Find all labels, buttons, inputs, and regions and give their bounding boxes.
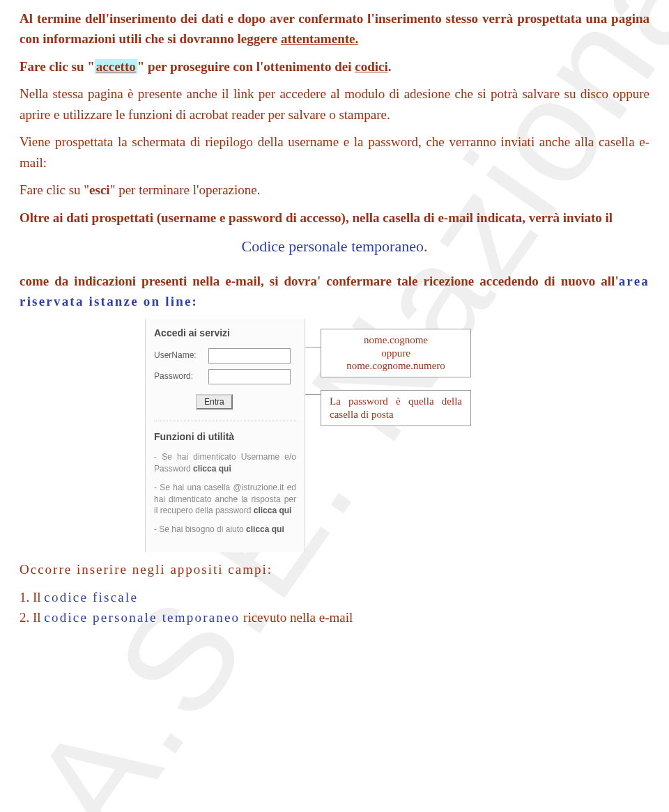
p2-highlight-accetto: accetto xyxy=(95,59,137,74)
username-row: UserName: xyxy=(154,348,296,364)
paragraph-1: Al termine dell'inserimento dei dati e d… xyxy=(20,8,649,49)
u1-link[interactable]: clicca qui xyxy=(193,464,231,474)
paragraph-2: Fare clic su "accetto" per proseguire co… xyxy=(20,56,649,77)
login-title: Accedi ai servizi xyxy=(154,326,296,341)
util-item-1: - Se hai dimenticato Username e/o Passwo… xyxy=(154,451,296,475)
centered-codice: Codice personale temporaneo. xyxy=(20,235,649,258)
l1a: 1. Il xyxy=(20,590,44,604)
password-row: Password: xyxy=(154,369,296,384)
p2a: Fare clic su " xyxy=(20,59,95,74)
l2c: ricevuto nella e-mail xyxy=(240,610,353,625)
util-title: Funzioni di utilità xyxy=(154,430,296,445)
p5c: " per terminare l'operazione. xyxy=(110,182,261,197)
u3-link[interactable]: clicca qui xyxy=(246,524,284,534)
p1-underlined: attentamente. xyxy=(281,31,358,46)
password-input[interactable] xyxy=(208,369,291,384)
footer-item-1: 1. Il codice fiscale xyxy=(20,587,649,607)
footer-item-2: 2. Il codice personale temporaneo ricevu… xyxy=(20,607,649,627)
callouts-column: nome.cognome oppure nome.cognome.numero … xyxy=(321,319,471,426)
util-item-2: - Se hai una casella @istruzione.it ed h… xyxy=(154,482,296,517)
paragraph-6: Oltre ai dati prospettati (username e pa… xyxy=(20,208,649,228)
util-item-3: - Se hai bisogno di aiuto clicca qui xyxy=(154,524,296,536)
login-row: Accedi ai servizi UserName: Password: En… xyxy=(145,319,649,552)
p5-esci: esci xyxy=(89,182,110,197)
entra-button[interactable]: Entra xyxy=(196,394,233,409)
p2c: " per proseguire con l'ottenimento dei xyxy=(137,59,355,74)
paragraph-7: come da indicazioni presenti nella e-mai… xyxy=(20,271,649,312)
paragraph-4: Viene prospettata la schermata di riepil… xyxy=(20,132,649,173)
username-label: UserName: xyxy=(154,349,204,362)
paragraph-3: Nella stessa pagina è presente anche il … xyxy=(20,84,649,125)
c1-line2: oppure xyxy=(381,348,410,359)
c1-line1: nome.cognome xyxy=(364,334,428,345)
footer-head: Occorre inserire negli appositi campi: xyxy=(20,559,649,579)
p2e: . xyxy=(388,59,392,74)
c1-line3: nome.cognome.numero xyxy=(346,360,445,371)
callout-password-note: La password è quella della casella di po… xyxy=(321,390,471,426)
password-label: Password: xyxy=(154,370,204,383)
u2-link[interactable]: clicca qui xyxy=(254,506,292,515)
panel-divider xyxy=(154,421,296,421)
p7a: come da indicazioni presenti nella e-mai… xyxy=(20,274,619,288)
l1-codice-fiscale: codice fiscale xyxy=(44,590,138,604)
l2-codice-personale: codice personale temporaneo xyxy=(44,610,240,625)
util-block: - Se hai dimenticato Username e/o Passwo… xyxy=(154,451,296,536)
p2-underlined-codici: codici xyxy=(355,59,388,74)
login-panel: Accedi ai servizi UserName: Password: En… xyxy=(145,319,305,552)
centered-dot: . xyxy=(424,237,428,255)
paragraph-5: Fare clic su "esci" per terminare l'oper… xyxy=(20,180,649,200)
centered-text: Codice personale temporaneo xyxy=(242,237,424,255)
callout-username-format: nome.cognome oppure nome.cognome.numero xyxy=(321,329,471,377)
u3a: - Se hai bisogno di aiuto xyxy=(154,524,246,534)
p5a: Fare clic su " xyxy=(20,182,89,197)
document-body: Al termine dell'inserimento dei dati e d… xyxy=(20,8,649,627)
l2a: 2. Il xyxy=(20,610,44,625)
username-input[interactable] xyxy=(208,348,291,364)
